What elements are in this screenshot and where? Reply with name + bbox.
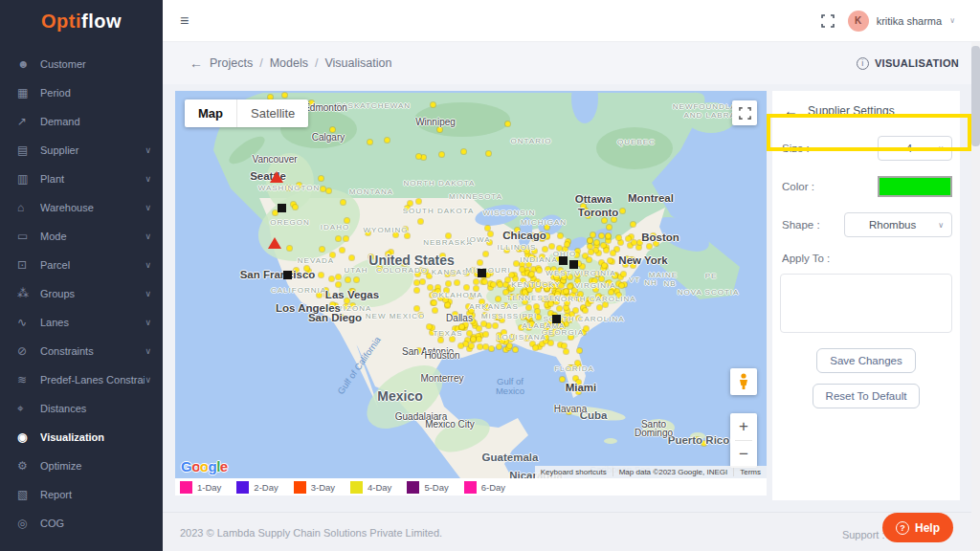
color-swatch[interactable] (878, 176, 952, 197)
parcel-icon: ⊡ (17, 258, 40, 272)
demand-dot (513, 276, 518, 281)
chevron-down-icon: ∨ (145, 231, 151, 241)
demand-dot (344, 304, 348, 309)
sidebar-item-supplier[interactable]: ▤Supplier∨ (0, 136, 163, 165)
sidebar-item-customer[interactable]: ☻Customer (0, 50, 163, 78)
shape-label: Shape : (782, 219, 820, 231)
demand-dot (386, 252, 390, 256)
supplier-square-marker[interactable] (569, 260, 578, 269)
sidebar-item-label: Distances (40, 403, 151, 414)
pegman-streetview-control[interactable] (730, 368, 757, 395)
sidebar-item-optimize[interactable]: ⚙Optimize (0, 452, 163, 480)
supplier-square-marker[interactable] (559, 256, 568, 265)
sidebar-item-parcel[interactable]: ⊡Parcel∨ (0, 251, 163, 279)
demand-dot (544, 323, 548, 328)
sidebar-item-visualization[interactable]: ◉Visualization (0, 423, 163, 452)
demand-dot (636, 245, 641, 250)
sidebar-item-distances[interactable]: ⌖Distances (0, 394, 163, 423)
size-select[interactable]: 4 ∨ (878, 136, 952, 161)
back-arrow-icon[interactable]: ← (189, 55, 203, 71)
save-changes-button[interactable]: Save Changes (816, 348, 915, 373)
demand-dot (414, 280, 419, 285)
google-map[interactable]: United StatesMexicoCubaGuatemalaPuerto R… (175, 91, 767, 478)
demand-dot (695, 437, 700, 442)
sidebar-item-predef-lanes-constraints[interactable]: ≋Predef-Lanes Constraints∨ (0, 365, 163, 394)
sidebar-item-groups[interactable]: ⁂Groups∨ (0, 279, 163, 308)
map-data-attribution: Map data ©2023 Google, INEGI (612, 468, 734, 476)
demand-dot (330, 253, 335, 257)
supplier-building-icon: ▤ (17, 143, 40, 157)
demand-dot (515, 228, 520, 232)
demand-dot (440, 253, 445, 258)
plant-triangle-marker[interactable] (268, 237, 281, 249)
sidebar-item-cog[interactable]: ◎COG (0, 509, 163, 538)
supplier-square-marker[interactable] (283, 271, 292, 279)
map-fullscreen-button[interactable] (732, 100, 757, 125)
reset-default-button[interactable]: Reset To Default (813, 384, 921, 408)
sidebar-item-warehouse[interactable]: ⌂Warehouse∨ (0, 193, 163, 222)
sidebar-item-period[interactable]: ▦Period (0, 78, 163, 107)
fullscreen-icon[interactable] (821, 14, 835, 28)
scrollbar-thumb[interactable] (971, 46, 980, 146)
chevron-down-icon: ∨ (145, 260, 151, 270)
sidebar-item-mode[interactable]: ▭Mode∨ (0, 222, 163, 251)
hamburger-menu-icon[interactable]: ≡ (180, 12, 189, 30)
demand-dot (366, 231, 370, 235)
legend-item: 5-Day (407, 481, 454, 494)
sidebar-item-constraints[interactable]: ⊘Constraints∨ (0, 337, 163, 365)
zoom-out-button[interactable]: − (730, 441, 757, 468)
legend-swatch (350, 481, 363, 494)
demand-dot (612, 217, 616, 222)
demand-dot (558, 233, 563, 238)
demand-dot (505, 121, 510, 126)
supplier-square-marker[interactable] (278, 204, 286, 212)
demand-dot (603, 302, 608, 307)
legend-label: 6-Day (481, 482, 505, 493)
legend-item: 4-Day (350, 481, 397, 494)
demand-dot (477, 326, 481, 331)
supplier-settings-panel: ← Supplier Settings Size : 4 ∨ Color : S… (772, 91, 960, 500)
supplier-square-marker[interactable] (478, 269, 486, 277)
apply-to-input[interactable] (780, 274, 952, 333)
google-logo[interactable]: Google (181, 458, 228, 474)
sidebar-item-demand[interactable]: ↗Demand (0, 107, 163, 136)
breadcrumb-models[interactable]: Models (270, 56, 308, 70)
info-icon[interactable]: i (857, 57, 869, 70)
demand-dot (626, 236, 631, 241)
legend-swatch (464, 481, 477, 494)
sidebar-item-plant[interactable]: ▥Plant∨ (0, 165, 163, 193)
supplier-square-marker[interactable] (552, 315, 561, 323)
user-menu[interactable]: K kritika sharma ∨ (848, 11, 955, 32)
help-button[interactable]: ? Help (882, 513, 953, 542)
panel-back-arrow[interactable]: ← (784, 102, 798, 119)
logo-part-orange: Opti (41, 11, 81, 33)
demand-dot (574, 253, 579, 257)
demand-dot (564, 305, 568, 310)
demand-dot (568, 385, 572, 389)
demand-dot (559, 283, 564, 288)
keyboard-shortcuts-link[interactable]: Keyboard shortcuts (535, 468, 612, 476)
map-view-button[interactable]: Map (185, 99, 236, 127)
satellite-view-button[interactable]: Satellite (236, 99, 308, 127)
zoom-in-button[interactable]: + (730, 413, 757, 440)
demand-dot (570, 293, 575, 298)
demand-dot (527, 287, 532, 292)
demand-dot (336, 275, 341, 279)
demand-dot (320, 247, 324, 252)
breadcrumb-projects[interactable]: Projects (210, 56, 253, 70)
sidebar-item-lanes[interactable]: ∿Lanes∨ (0, 308, 163, 337)
plant-triangle-marker[interactable] (270, 171, 283, 183)
lanes-icon: ∿ (17, 316, 40, 329)
avatar: K (848, 11, 869, 32)
demand-dot (539, 232, 544, 237)
map-land-shapes (175, 91, 767, 478)
terms-link[interactable]: Terms (733, 468, 767, 476)
demand-dot (292, 271, 297, 276)
demand-dot (576, 389, 581, 394)
shape-select[interactable]: Rhombus ∨ (844, 212, 952, 237)
sidebar-item-report[interactable]: ▧Report (0, 480, 163, 509)
sidebar-item-label: Predef-Lanes Constraints (40, 374, 145, 386)
day-legend: 1-Day2-Day3-Day4-Day5-Day6-Day (175, 478, 767, 496)
demand-dot (568, 275, 572, 279)
chevron-down-icon: ∨ (145, 174, 151, 184)
